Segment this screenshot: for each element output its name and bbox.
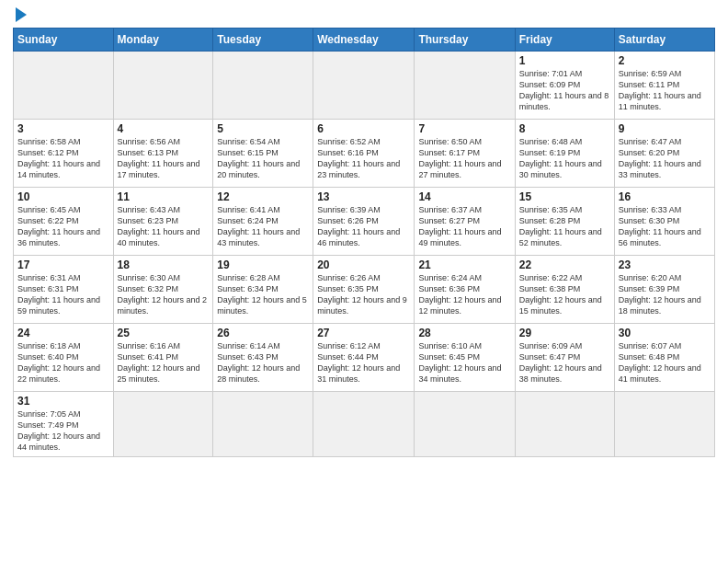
- weekday-header-tuesday: Tuesday: [213, 29, 313, 52]
- day-number: 19: [217, 259, 309, 271]
- calendar-cell: [614, 392, 714, 457]
- day-info: Sunrise: 6:39 AM Sunset: 6:26 PM Dayligh…: [317, 204, 410, 249]
- day-number: 13: [317, 190, 410, 203]
- day-number: 20: [317, 259, 410, 271]
- day-info: Sunrise: 6:33 AM Sunset: 6:30 PM Dayligh…: [619, 204, 711, 249]
- calendar-cell: 2Sunrise: 6:59 AM Sunset: 6:11 PM Daylig…: [614, 52, 714, 120]
- day-info: Sunrise: 6:37 AM Sunset: 6:27 PM Dayligh…: [418, 204, 510, 249]
- calendar-cell: [113, 52, 213, 120]
- day-number: 11: [118, 190, 210, 203]
- calendar-cell: 1Sunrise: 7:01 AM Sunset: 6:09 PM Daylig…: [515, 52, 614, 120]
- day-number: 4: [118, 122, 210, 135]
- day-info: Sunrise: 6:16 AM Sunset: 6:41 PM Dayligh…: [118, 340, 210, 385]
- weekday-header-thursday: Thursday: [415, 29, 515, 52]
- header: [13, 9, 715, 22]
- day-info: Sunrise: 6:50 AM Sunset: 6:17 PM Dayligh…: [418, 136, 510, 181]
- day-info: Sunrise: 6:18 AM Sunset: 6:40 PM Dayligh…: [17, 340, 109, 385]
- calendar-cell: 27Sunrise: 6:12 AM Sunset: 6:44 PM Dayli…: [313, 324, 415, 392]
- calendar-cell: 6Sunrise: 6:52 AM Sunset: 6:16 PM Daylig…: [313, 120, 415, 188]
- calendar-cell: 28Sunrise: 6:10 AM Sunset: 6:45 PM Dayli…: [415, 324, 515, 392]
- calendar-cell: 30Sunrise: 6:07 AM Sunset: 6:48 PM Dayli…: [614, 324, 714, 392]
- calendar-cell: 29Sunrise: 6:09 AM Sunset: 6:47 PM Dayli…: [515, 324, 614, 392]
- day-info: Sunrise: 6:09 AM Sunset: 6:47 PM Dayligh…: [519, 340, 610, 385]
- weekday-header-sunday: Sunday: [14, 29, 114, 52]
- day-info: Sunrise: 6:35 AM Sunset: 6:28 PM Dayligh…: [519, 204, 610, 249]
- day-info: Sunrise: 6:30 AM Sunset: 6:32 PM Dayligh…: [118, 272, 210, 317]
- day-info: Sunrise: 6:58 AM Sunset: 6:12 PM Dayligh…: [17, 136, 109, 181]
- day-number: 18: [118, 259, 210, 271]
- logo: [13, 9, 27, 22]
- calendar-cell: [313, 52, 415, 120]
- day-info: Sunrise: 6:26 AM Sunset: 6:35 PM Dayligh…: [317, 272, 410, 317]
- day-info: Sunrise: 6:07 AM Sunset: 6:48 PM Dayligh…: [619, 340, 711, 385]
- day-info: Sunrise: 7:05 AM Sunset: 7:49 PM Dayligh…: [17, 408, 109, 454]
- day-number: 5: [217, 122, 309, 135]
- calendar-week-row: 3Sunrise: 6:58 AM Sunset: 6:12 PM Daylig…: [14, 120, 715, 188]
- calendar-cell: 19Sunrise: 6:28 AM Sunset: 6:34 PM Dayli…: [213, 256, 313, 324]
- day-number: 10: [17, 190, 109, 203]
- day-number: 23: [619, 259, 711, 271]
- day-info: Sunrise: 6:43 AM Sunset: 6:23 PM Dayligh…: [118, 204, 210, 249]
- calendar-cell: 17Sunrise: 6:31 AM Sunset: 6:31 PM Dayli…: [14, 256, 114, 324]
- calendar-cell: [415, 392, 515, 457]
- day-number: 6: [317, 122, 410, 135]
- weekday-header-saturday: Saturday: [614, 29, 714, 52]
- calendar-cell: 16Sunrise: 6:33 AM Sunset: 6:30 PM Dayli…: [614, 188, 714, 256]
- calendar-cell: [515, 392, 614, 457]
- calendar-table: SundayMondayTuesdayWednesdayThursdayFrid…: [13, 28, 715, 457]
- day-number: 14: [418, 190, 510, 203]
- day-info: Sunrise: 6:41 AM Sunset: 6:24 PM Dayligh…: [217, 204, 309, 249]
- day-number: 17: [17, 259, 109, 271]
- calendar-cell: 8Sunrise: 6:48 AM Sunset: 6:19 PM Daylig…: [515, 120, 614, 188]
- day-number: 26: [217, 327, 309, 339]
- day-number: 31: [17, 395, 109, 408]
- day-number: 8: [519, 122, 610, 135]
- calendar-cell: 10Sunrise: 6:45 AM Sunset: 6:22 PM Dayli…: [14, 188, 114, 256]
- day-info: Sunrise: 6:10 AM Sunset: 6:45 PM Dayligh…: [418, 340, 510, 385]
- weekday-header-wednesday: Wednesday: [313, 29, 415, 52]
- day-info: Sunrise: 6:52 AM Sunset: 6:16 PM Dayligh…: [317, 136, 410, 181]
- day-number: 28: [418, 327, 510, 339]
- calendar-cell: 23Sunrise: 6:20 AM Sunset: 6:39 PM Dayli…: [614, 256, 714, 324]
- calendar-cell: 25Sunrise: 6:16 AM Sunset: 6:41 PM Dayli…: [113, 324, 213, 392]
- calendar-cell: [14, 52, 114, 120]
- calendar-cell: 24Sunrise: 6:18 AM Sunset: 6:40 PM Dayli…: [14, 324, 114, 392]
- day-number: 16: [619, 190, 711, 203]
- calendar-cell: [213, 392, 313, 457]
- day-info: Sunrise: 6:59 AM Sunset: 6:11 PM Dayligh…: [619, 68, 711, 113]
- calendar-cell: 3Sunrise: 6:58 AM Sunset: 6:12 PM Daylig…: [14, 120, 114, 188]
- weekday-header-friday: Friday: [515, 29, 614, 52]
- day-number: 15: [519, 190, 610, 203]
- calendar-cell: [313, 392, 415, 457]
- day-info: Sunrise: 6:31 AM Sunset: 6:31 PM Dayligh…: [17, 272, 109, 317]
- day-info: Sunrise: 6:20 AM Sunset: 6:39 PM Dayligh…: [619, 272, 711, 317]
- calendar-cell: 7Sunrise: 6:50 AM Sunset: 6:17 PM Daylig…: [415, 120, 515, 188]
- day-number: 12: [217, 190, 309, 203]
- day-number: 7: [418, 122, 510, 135]
- day-number: 30: [619, 327, 711, 339]
- calendar-cell: 31Sunrise: 7:05 AM Sunset: 7:49 PM Dayli…: [14, 392, 114, 457]
- calendar-cell: 14Sunrise: 6:37 AM Sunset: 6:27 PM Dayli…: [415, 188, 515, 256]
- day-info: Sunrise: 6:14 AM Sunset: 6:43 PM Dayligh…: [217, 340, 309, 385]
- calendar-cell: 4Sunrise: 6:56 AM Sunset: 6:13 PM Daylig…: [113, 120, 213, 188]
- calendar-week-row: 1Sunrise: 7:01 AM Sunset: 6:09 PM Daylig…: [14, 52, 715, 120]
- calendar-cell: 5Sunrise: 6:54 AM Sunset: 6:15 PM Daylig…: [213, 120, 313, 188]
- day-info: Sunrise: 6:48 AM Sunset: 6:19 PM Dayligh…: [519, 136, 610, 181]
- day-number: 24: [17, 327, 109, 339]
- calendar-cell: [415, 52, 515, 120]
- day-info: Sunrise: 6:45 AM Sunset: 6:22 PM Dayligh…: [17, 204, 109, 249]
- calendar-cell: 12Sunrise: 6:41 AM Sunset: 6:24 PM Dayli…: [213, 188, 313, 256]
- weekday-header-row: SundayMondayTuesdayWednesdayThursdayFrid…: [14, 29, 715, 52]
- calendar-cell: 13Sunrise: 6:39 AM Sunset: 6:26 PM Dayli…: [313, 188, 415, 256]
- day-number: 21: [418, 259, 510, 271]
- day-info: Sunrise: 6:28 AM Sunset: 6:34 PM Dayligh…: [217, 272, 309, 317]
- logo-triangle-icon: [16, 7, 27, 22]
- page: SundayMondayTuesdayWednesdayThursdayFrid…: [0, 0, 728, 466]
- day-info: Sunrise: 6:22 AM Sunset: 6:38 PM Dayligh…: [519, 272, 610, 317]
- calendar-cell: 18Sunrise: 6:30 AM Sunset: 6:32 PM Dayli…: [113, 256, 213, 324]
- day-info: Sunrise: 6:54 AM Sunset: 6:15 PM Dayligh…: [217, 136, 309, 181]
- calendar-cell: 26Sunrise: 6:14 AM Sunset: 6:43 PM Dayli…: [213, 324, 313, 392]
- day-info: Sunrise: 7:01 AM Sunset: 6:09 PM Dayligh…: [519, 68, 610, 113]
- day-number: 2: [619, 54, 711, 67]
- calendar-week-row: 17Sunrise: 6:31 AM Sunset: 6:31 PM Dayli…: [14, 256, 715, 324]
